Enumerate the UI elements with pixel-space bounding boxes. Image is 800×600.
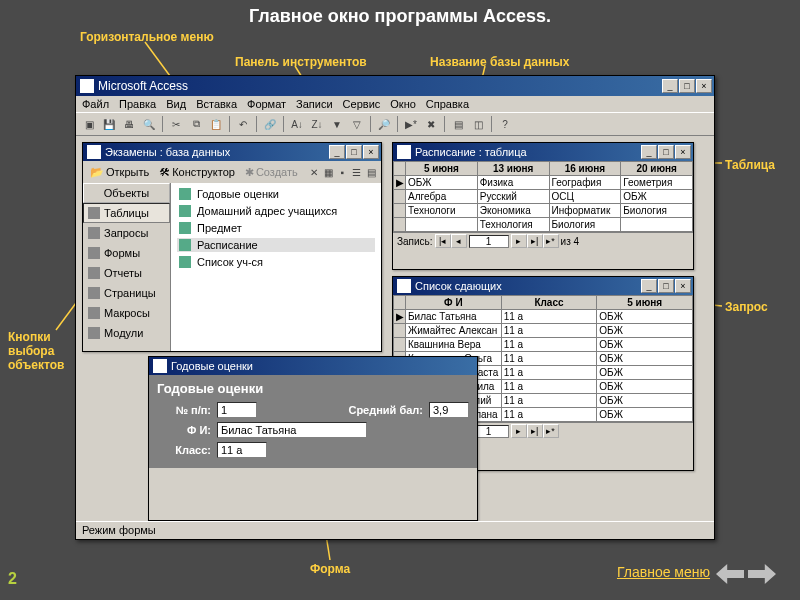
nav-new-icon[interactable]: ▸* [543,234,559,248]
cell[interactable]: 11 а [501,408,597,422]
db-details-icon[interactable]: ▤ [366,163,377,181]
db-maximize-button[interactable]: □ [346,145,362,159]
db-smallicons-icon[interactable]: ▪ [338,163,347,181]
list-item[interactable]: Расписание [177,238,375,252]
db-minimize-button[interactable]: _ [329,145,345,159]
obj-tables[interactable]: Таблицы [83,203,170,223]
cell[interactable]: Билас Татьяна [406,310,502,324]
row-selector[interactable] [394,190,406,204]
cell[interactable]: ОБЖ [597,366,693,380]
db-close-button[interactable]: × [363,145,379,159]
input-avg[interactable] [429,402,469,418]
tbl-min-button[interactable]: _ [641,145,657,159]
menu-records[interactable]: Записи [296,98,333,110]
table-window[interactable]: Расписание : таблица _□× 5 июня13 июня16… [392,142,694,270]
db-open-button[interactable]: 📂Открыть [87,165,152,180]
cell[interactable]: Русский [477,190,549,204]
tool-object-icon[interactable]: ◫ [469,115,487,133]
nav-prev-icon[interactable]: ◂ [451,234,467,248]
cell[interactable]: ОБЖ [597,380,693,394]
tbl-max-button[interactable]: □ [658,145,674,159]
col-header[interactable]: 5 июня [597,296,693,310]
cell[interactable]: Квашнина Вера [406,338,502,352]
cell[interactable]: 11 а [501,338,597,352]
row-selector[interactable] [394,204,406,218]
cell[interactable]: Физика [477,176,549,190]
menu-file[interactable]: Файл [82,98,109,110]
nav-first-icon[interactable]: |◂ [435,234,451,248]
nav-next-icon[interactable]: ▸ [511,424,527,438]
prev-arrow-icon[interactable] [716,564,744,584]
tool-sort-desc-icon[interactable]: Z↓ [308,115,326,133]
obj-queries[interactable]: Запросы [83,223,170,243]
tbl-close-button[interactable]: × [675,145,691,159]
col-header[interactable]: Ф И [406,296,502,310]
row-selector[interactable]: ▶ [394,310,406,324]
cell[interactable]: ОСЦ [549,190,621,204]
cell[interactable]: ОБЖ [621,190,693,204]
cell[interactable]: Жимайтес Алексан [406,324,502,338]
objects-header[interactable]: Объекты [83,183,170,203]
cell[interactable]: ОБЖ [597,338,693,352]
obj-modules[interactable]: Модули [83,323,170,343]
cell[interactable]: Экономика [477,204,549,218]
db-largeicons-icon[interactable]: ▦ [323,163,334,181]
cell[interactable] [621,218,693,232]
cell[interactable]: ОБЖ [597,324,693,338]
app-titlebar[interactable]: Microsoft Access _ □ × [76,76,714,96]
nav-last-icon[interactable]: ▸| [527,424,543,438]
menu-format[interactable]: Формат [247,98,286,110]
cell[interactable]: 11 а [501,324,597,338]
toolbar[interactable]: ▣ 💾 🖶 🔍 ✂ ⧉ 📋 ↶ 🔗 A↓ Z↓ ▼ ▽ 🔎 ▶* ✖ ▤ ◫ ? [76,112,714,136]
obj-reports[interactable]: Отчеты [83,263,170,283]
tool-link-icon[interactable]: 🔗 [261,115,279,133]
menu-insert[interactable]: Вставка [196,98,237,110]
menu-bar[interactable]: Файл Правка Вид Вставка Формат Записи Се… [76,96,714,112]
obj-pages[interactable]: Страницы [83,283,170,303]
obj-macros[interactable]: Макросы [83,303,170,323]
cell[interactable]: Информатик [549,204,621,218]
col-header[interactable]: 5 июня [406,162,478,176]
cell[interactable]: ОБЖ [597,352,693,366]
input-fio[interactable] [217,422,367,438]
cell[interactable]: ОБЖ [406,176,478,190]
tool-help-icon[interactable]: ? [496,115,514,133]
tool-save-icon[interactable]: 💾 [100,115,118,133]
table-nav[interactable]: Запись: |◂◂ ▸▸|▸* из 4 [393,232,693,249]
row-selector[interactable]: ▶ [394,176,406,190]
db-create-button[interactable]: ✱Создать [242,165,301,180]
menu-tools[interactable]: Сервис [343,98,381,110]
row-selector[interactable] [394,324,406,338]
next-arrow-icon[interactable] [748,564,776,584]
row-selector[interactable] [394,218,406,232]
input-klass[interactable] [217,442,267,458]
q-close-button[interactable]: × [675,279,691,293]
cell[interactable]: 11 а [501,352,597,366]
row-selector[interactable] [394,338,406,352]
cell[interactable]: ОБЖ [597,310,693,324]
tool-view-icon[interactable]: ▣ [80,115,98,133]
cell[interactable]: География [549,176,621,190]
col-header[interactable]: 16 июня [549,162,621,176]
menu-view[interactable]: Вид [166,98,186,110]
cell[interactable]: 11 а [501,310,597,324]
list-item[interactable]: Список уч-ся [177,255,375,269]
menu-window[interactable]: Окно [390,98,416,110]
db-design-button[interactable]: 🛠Конструктор [156,165,238,179]
cell[interactable]: 11 а [501,394,597,408]
database-window[interactable]: Экзамены : база данных _ □ × 📂Открыть 🛠К… [82,142,382,352]
close-button[interactable]: × [696,79,712,93]
tool-filter-icon[interactable]: ▼ [328,115,346,133]
nav-last-icon[interactable]: ▸| [527,234,543,248]
minimize-button[interactable]: _ [662,79,678,93]
list-item[interactable]: Предмет [177,221,375,235]
tool-print-icon[interactable]: 🖶 [120,115,138,133]
db-delete-icon[interactable]: ✕ [309,163,319,181]
cell[interactable]: Биология [621,204,693,218]
tool-find-icon[interactable]: 🔎 [375,115,393,133]
col-header[interactable]: 20 июня [621,162,693,176]
tool-preview-icon[interactable]: 🔍 [140,115,158,133]
obj-forms[interactable]: Формы [83,243,170,263]
nav-pos-input[interactable] [469,235,509,248]
tool-sort-asc-icon[interactable]: A↓ [288,115,306,133]
